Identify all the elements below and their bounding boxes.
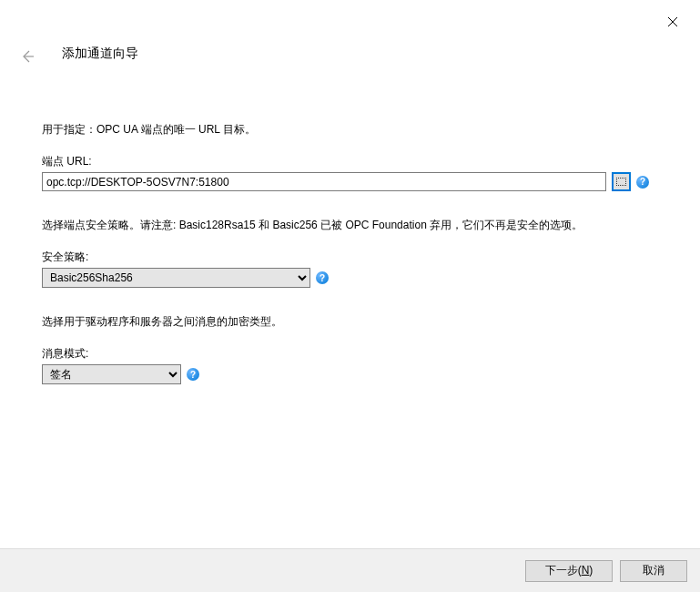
security-policy-label: 安全策略: (42, 250, 673, 265)
message-mode-label: 消息模式: (42, 346, 673, 362)
back-button[interactable] (18, 47, 36, 66)
security-policy-row: Basic256Sha256 ? (42, 268, 673, 288)
back-arrow-icon (20, 49, 35, 64)
close-icon (667, 16, 678, 27)
close-button[interactable] (665, 15, 680, 29)
message-mode-select[interactable]: 签名 (42, 364, 181, 384)
help-icon[interactable]: ? (187, 368, 199, 381)
next-label-prefix: 下一步( (545, 564, 582, 577)
browse-button[interactable] (612, 172, 631, 191)
security-policy-desc: 选择端点安全策略。请注意: Basic128Rsa15 和 Basic256 已… (42, 217, 673, 233)
security-policy-select[interactable]: Basic256Sha256 (42, 268, 310, 288)
cancel-button[interactable]: 取消 (620, 560, 687, 582)
help-icon[interactable]: ? (636, 176, 649, 189)
endpoint-url-label: 端点 URL: (42, 154, 673, 169)
message-mode-desc: 选择用于驱动程序和服务器之间消息的加密类型。 (42, 313, 673, 330)
wizard-title: 添加通道向导 (62, 46, 138, 62)
help-icon[interactable]: ? (316, 271, 329, 284)
button-bar: 下一步(N) 取消 (0, 548, 700, 592)
endpoint-url-row: ? (42, 172, 673, 191)
browse-icon (616, 178, 626, 186)
wizard-content: 用于指定：OPC UA 端点的唯一 URL 目标。 端点 URL: ? 选择端点… (42, 121, 673, 410)
next-label-suffix: ) (589, 564, 593, 577)
endpoint-url-desc: 用于指定：OPC UA 端点的唯一 URL 目标。 (42, 121, 673, 138)
endpoint-url-input[interactable] (42, 172, 606, 191)
next-button[interactable]: 下一步(N) (525, 560, 613, 582)
message-mode-row: 签名 ? (42, 364, 673, 384)
